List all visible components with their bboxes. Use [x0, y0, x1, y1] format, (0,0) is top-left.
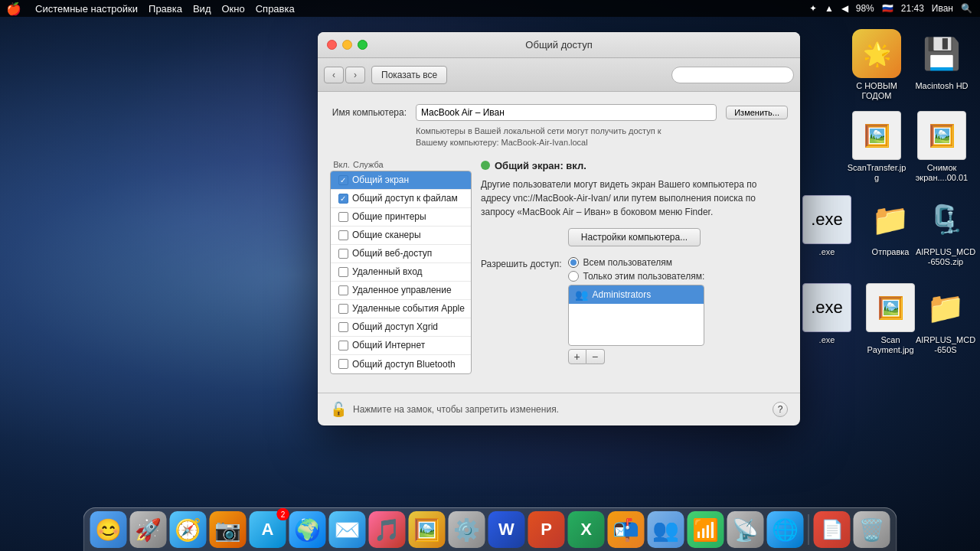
exe1-label: .exe [819, 247, 835, 257]
dock-finder[interactable]: 😊 [90, 511, 127, 548]
checkbox-file-sharing[interactable]: ✓ [338, 194, 348, 204]
spotlight-icon[interactable]: 🔍 [961, 3, 972, 14]
window-controls [327, 40, 368, 50]
checkbox-screen-sharing[interactable]: ✓ [338, 175, 348, 185]
add-user-button[interactable]: + [568, 349, 586, 364]
screenshot-label: Снимок экран....00.01 [911, 163, 972, 183]
desktop-icon-exe1[interactable]: .exe .exe [796, 195, 858, 257]
checkbox-bluetooth[interactable] [338, 359, 348, 369]
radio-specific-users-row: Только этим пользователям: [568, 271, 705, 282]
desktop-icon-screenshot[interactable]: 🖼️ Снимок экран....00.01 [911, 111, 972, 183]
desktop-icon-airplus-s[interactable]: 📁 AIRPLUS_MCD-650S [915, 283, 976, 355]
maximize-button[interactable] [358, 40, 368, 50]
checkbox-remote-apple[interactable] [338, 304, 348, 314]
service-name-xgrid: Общий доступ Xgrid [352, 321, 438, 332]
dock-mail[interactable]: ✉️ [329, 511, 366, 548]
computer-settings-button[interactable]: Настройки компьютера... [568, 228, 701, 246]
checkbox-remote-login[interactable] [338, 267, 348, 277]
desktop-icon-macintosh-hd[interactable]: 💾 Macintosh HD [911, 29, 972, 91]
menubar: 🍎 Системные настройки Правка Вид Окно Сп… [0, 0, 980, 17]
dock-satellite[interactable]: 📡 [727, 511, 764, 548]
dock-pdf[interactable]: 📄 [814, 511, 851, 548]
remove-user-button[interactable]: − [586, 349, 605, 364]
desktop-icon-otpravka[interactable]: 📁 Отправка [860, 195, 921, 257]
checkbox-internet[interactable] [338, 341, 348, 350]
radio-all-users[interactable] [568, 257, 579, 268]
dock-appstore[interactable]: A 2 [250, 511, 286, 548]
dock-itunes[interactable]: 🎵 [369, 511, 406, 548]
toolbar: ‹ › Показать все 🔍 [318, 58, 800, 92]
otpravka-label: Отправка [872, 247, 910, 257]
apple-menu[interactable]: 🍎 [6, 2, 21, 16]
menu-view[interactable]: Вид [193, 3, 211, 15]
airplus-s-label: AIRPLUS_MCD-650S [916, 335, 975, 355]
desktop-icon-new-year[interactable]: 🌟 С НОВЫМГОДОМ [846, 29, 907, 101]
dock-people[interactable]: 👥 [648, 511, 684, 548]
user-name-administrators: Administrators [593, 289, 652, 300]
dock-photos[interactable]: 🖼️ [409, 511, 446, 548]
dock-word[interactable]: W [488, 511, 525, 548]
checkbox-scanners[interactable] [338, 230, 348, 240]
back-button[interactable]: ‹ [324, 67, 344, 83]
checkbox-xgrid[interactable] [338, 322, 348, 332]
exe2-label: .exe [819, 335, 835, 345]
checkbox-remote-mgmt[interactable] [338, 285, 348, 295]
lock-icon[interactable]: 🔓 [330, 401, 347, 418]
show-all-button[interactable]: Показать все [371, 66, 447, 84]
checkbox-web[interactable] [338, 249, 348, 259]
dock-mail2[interactable]: 📬 [608, 511, 645, 548]
volume-icon: ◀ [841, 3, 848, 14]
dock-globe[interactable]: 🌍 [289, 511, 326, 548]
service-row-web[interactable]: Общий веб-доступ [331, 245, 471, 263]
minimize-button[interactable] [342, 40, 352, 50]
dock-excel[interactable]: X [568, 511, 605, 548]
desktop-icon-exe2[interactable]: .exe .exe [796, 283, 858, 345]
desktop-icon-scan-transfer[interactable]: 🖼️ ScanTransfer.jpg [846, 111, 907, 183]
user-row-administrators[interactable]: 👥 Administrators [569, 285, 704, 304]
service-row-xgrid[interactable]: Общий доступ Xgrid [331, 318, 471, 337]
dock-iphoto[interactable]: 📷 [210, 511, 247, 548]
status-row: Общий экран: вкл. [481, 160, 788, 171]
dock-trash[interactable]: 🗑️ [854, 511, 890, 548]
nav-buttons: ‹ › [324, 67, 365, 83]
dock-launchpad[interactable]: 🚀 [130, 511, 167, 548]
service-name-remote-login: Удаленный вход [352, 266, 423, 277]
dock-powerpoint[interactable]: P [528, 511, 565, 548]
menu-edit[interactable]: Правка [149, 3, 182, 15]
service-row-remote-apple[interactable]: Удаленные события Apple [331, 300, 471, 318]
dock-ie[interactable]: 🌐 [767, 511, 804, 548]
scan-payment-label: Scan Payment.jpg [860, 335, 921, 355]
radio-specific-users[interactable] [568, 271, 579, 282]
dock-sysprefs[interactable]: ⚙️ [449, 511, 485, 548]
forward-button[interactable]: › [345, 67, 365, 83]
service-name-printers: Общие принтеры [352, 211, 426, 222]
checkbox-printers[interactable] [338, 212, 348, 222]
dock-wifi-app[interactable]: 📶 [688, 511, 724, 548]
scan-transfer-label: ScanTransfer.jpg [846, 163, 907, 183]
service-row-internet[interactable]: Общий Интернет [331, 337, 471, 355]
search-input[interactable] [671, 67, 794, 83]
menu-help[interactable]: Справка [256, 3, 295, 15]
menu-window[interactable]: Окно [221, 3, 244, 15]
service-row-remote-mgmt[interactable]: Удаленное управление [331, 282, 471, 300]
desktop: 🍎 Системные настройки Правка Вид Окно Сп… [0, 0, 980, 551]
service-name-web: Общий веб-доступ [352, 248, 432, 259]
service-row-remote-login[interactable]: Удаленный вход [331, 263, 471, 282]
service-row-screen-sharing[interactable]: ✓ Общий экран [331, 171, 471, 190]
window-title: Общий доступ [525, 39, 592, 51]
window-content: Имя компьютера: Изменить... Компьютеры в… [318, 92, 800, 386]
desktop-icon-scan-payment[interactable]: 🖼️ Scan Payment.jpg [860, 283, 921, 355]
service-row-file-sharing[interactable]: ✓ Общий доступ к файлам [331, 190, 471, 208]
desktop-icon-airplus-zip[interactable]: 🗜️ AIRPLUS_MCD-650S.zip [915, 195, 976, 267]
change-name-button[interactable]: Изменить... [726, 106, 788, 119]
service-row-scanners[interactable]: Общие сканеры [331, 227, 471, 245]
service-row-printers[interactable]: Общие принтеры [331, 208, 471, 227]
computer-name-input[interactable] [416, 104, 717, 121]
menu-system-prefs[interactable]: Системные настройки [35, 3, 138, 15]
service-row-bluetooth[interactable]: Общий доступ Bluetooth [331, 355, 471, 373]
services-header: Вкл. Служба [330, 160, 472, 171]
help-button[interactable]: ? [773, 402, 788, 417]
close-button[interactable] [327, 40, 337, 50]
dock-safari[interactable]: 🧭 [170, 511, 207, 548]
computer-name-hint: Компьютеры в Вашей локальной сети могут … [416, 126, 788, 149]
